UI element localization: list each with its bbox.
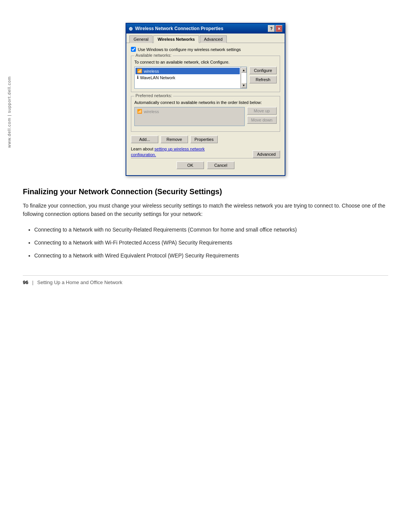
dialog-bottom-row: Learn about setting up wireless network … — [131, 146, 280, 158]
move-down-button[interactable]: Move down — [247, 116, 277, 124]
dialog-controls: ? ✕ — [268, 25, 282, 32]
wifi-icon-preferred: 📶 — [137, 109, 142, 114]
network-list-items: 📶 wireless ℹ WaveLAN Network — [135, 67, 241, 88]
info-icon-wavelan: ℹ — [137, 75, 139, 80]
available-networks-desc: To connect to an available network, clic… — [134, 60, 277, 64]
dialog-title-icon: ⊕ — [129, 26, 133, 32]
use-windows-checkbox[interactable] — [131, 47, 136, 52]
footer-separator: | — [32, 280, 33, 285]
bullet-item-1: Connecting to a Network with no Security… — [34, 225, 388, 234]
close-button[interactable]: ✕ — [276, 25, 282, 32]
preferred-networks-title: Preferred networks: — [134, 93, 173, 98]
available-network-list[interactable]: 📶 wireless ℹ WaveLAN Network — [134, 67, 247, 89]
use-windows-label: Use Windows to configure my wireless net… — [138, 47, 241, 52]
bullet-item-3: Connecting to a Network with Wired Equiv… — [34, 251, 388, 260]
dialog-title-left: ⊕ Wireless Network Connection Properties — [129, 26, 223, 32]
scroll-down-btn[interactable]: ▼ — [241, 83, 247, 88]
remove-button[interactable]: Remove — [161, 136, 188, 143]
ok-cancel-row: OK Cancel — [131, 158, 280, 171]
learn-text-part1: Learn about — [131, 147, 155, 151]
network-name-wavelan: WaveLAN Network — [140, 75, 175, 80]
bullet-item-2: Connecting to a Network with Wi-Fi Prote… — [34, 238, 388, 247]
preferred-networks-content: Automatically connect to available netwo… — [134, 100, 277, 128]
help-button[interactable]: ? — [268, 25, 275, 32]
dialog-window: ⊕ Wireless Network Connection Properties… — [126, 23, 285, 176]
scroll-up-btn[interactable]: ▲ — [241, 67, 247, 73]
dialog-titlebar: ⊕ Wireless Network Connection Properties… — [126, 24, 285, 34]
footer-text: Setting Up a Home and Office Network — [37, 280, 123, 285]
available-network-buttons: Configure Refresh — [249, 67, 277, 89]
action-buttons-row: Add... Remove Properties — [131, 136, 280, 143]
available-networks-content: To connect to an available network, clic… — [134, 60, 277, 89]
tab-general[interactable]: General — [129, 35, 153, 43]
network-list-row: 📶 wireless ℹ WaveLAN Network — [134, 67, 277, 89]
move-buttons: Move up Move down — [247, 107, 277, 128]
preferred-name-wireless: wireless — [144, 109, 159, 114]
section-heading: Finalizing your Network Connection (Secu… — [23, 187, 388, 196]
preferred-networks-desc: Automatically connect to available netwo… — [134, 100, 277, 105]
configure-button[interactable]: Configure — [249, 67, 277, 74]
properties-button[interactable]: Properties — [190, 136, 218, 143]
preferred-item-wireless[interactable]: 📶 wireless — [135, 108, 244, 115]
footer: 96 | Setting Up a Home and Office Networ… — [23, 275, 388, 285]
dialog-title-text: Wireless Network Connection Properties — [135, 26, 223, 31]
preferred-networks-group: Preferred networks: Automatically connec… — [131, 96, 280, 132]
network-name-wireless: wireless — [144, 69, 159, 73]
dialog-body: Use Windows to configure my wireless net… — [126, 43, 285, 175]
body-text: To finalize your connection, you must ch… — [23, 201, 388, 219]
dialog-area: ⊕ Wireless Network Connection Properties… — [23, 15, 388, 176]
scroll-track — [241, 73, 246, 83]
add-button[interactable]: Add... — [131, 136, 158, 143]
footer-page-number: 96 — [23, 280, 28, 285]
bullet-list: Connecting to a Network with no Security… — [34, 225, 388, 260]
ok-button[interactable]: OK — [177, 161, 204, 169]
learn-text: Learn about setting up wireless network … — [131, 146, 222, 158]
available-networks-group: Available networks: To connect to an ava… — [131, 56, 280, 92]
dialog-tabs: General Wireless Networks Advanced — [126, 34, 285, 43]
network-scrollbar[interactable]: ▲ ▼ — [241, 67, 247, 88]
network-item-wireless[interactable]: 📶 wireless — [135, 68, 240, 74]
preferred-network-list[interactable]: 📶 wireless — [134, 107, 245, 126]
wifi-icon-wireless: 📶 — [137, 69, 142, 73]
refresh-button[interactable]: Refresh — [249, 76, 277, 83]
move-up-button[interactable]: Move up — [247, 107, 277, 115]
tab-wireless-networks[interactable]: Wireless Networks — [153, 35, 199, 43]
side-text: www.dell.com | support.dell.com — [7, 76, 11, 148]
available-networks-title: Available networks: — [134, 53, 173, 58]
network-item-wavelan[interactable]: ℹ WaveLAN Network — [135, 74, 240, 81]
advanced-button[interactable]: Advanced — [253, 150, 280, 158]
cancel-button[interactable]: Cancel — [207, 161, 234, 169]
use-windows-checkbox-row: Use Windows to configure my wireless net… — [131, 47, 280, 52]
tab-advanced[interactable]: Advanced — [200, 35, 227, 43]
preferred-network-list-row: 📶 wireless Move up Move down — [134, 107, 277, 128]
